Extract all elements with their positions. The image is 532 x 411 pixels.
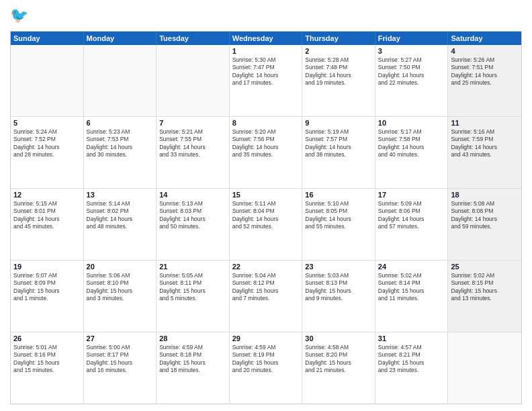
cell-info-line: Sunrise: 5:20 AM: [232, 128, 300, 136]
cell-info-line: Daylight: 15 hours: [13, 359, 81, 367]
cell-info-line: Sunrise: 5:17 AM: [378, 128, 445, 136]
cell-info-line: Sunset: 8:09 PM: [13, 279, 81, 287]
day-cell-30: 30Sunrise: 4:58 AMSunset: 8:20 PMDayligh…: [302, 332, 375, 404]
day-number: 15: [232, 191, 300, 199]
svg-text:🐦: 🐦: [10, 7, 29, 24]
logo: 🐦: [10, 7, 32, 26]
day-number: 2: [305, 47, 372, 55]
cell-info-line: Sunset: 8:17 PM: [87, 351, 154, 359]
cell-info-line: Daylight: 14 hours: [378, 144, 445, 151]
day-number: 31: [378, 334, 445, 342]
cell-info-line: and 50 minutes.: [159, 223, 226, 230]
day-cell-7: 7Sunrise: 5:21 AMSunset: 7:55 PMDaylight…: [157, 117, 230, 188]
day-number: 25: [451, 263, 519, 271]
day-number: 3: [378, 47, 445, 55]
logo-icon: 🐦: [10, 7, 29, 26]
cell-info-line: and 52 minutes.: [232, 223, 300, 230]
cell-info-line: and 45 minutes.: [13, 223, 81, 230]
cell-info-line: and 23 minutes.: [378, 367, 445, 374]
weekday-header-friday: Friday: [375, 32, 449, 45]
day-number: 27: [87, 334, 154, 342]
calendar-row-1: 5Sunrise: 5:24 AMSunset: 7:52 PMDaylight…: [11, 116, 521, 188]
cell-info-line: and 13 minutes.: [451, 295, 519, 302]
cell-info-line: Daylight: 14 hours: [232, 216, 300, 223]
day-number: 5: [13, 119, 81, 127]
cell-info-line: Sunset: 7:48 PM: [305, 64, 372, 71]
cell-info-line: Sunset: 8:13 PM: [305, 279, 372, 287]
cell-info-line: Sunset: 8:21 PM: [378, 351, 445, 359]
cell-info-line: Sunrise: 5:13 AM: [159, 200, 226, 208]
cell-info-line: Sunset: 8:14 PM: [378, 279, 445, 287]
cell-info-line: Sunrise: 5:16 AM: [451, 128, 519, 136]
day-cell-27: 27Sunrise: 5:00 AMSunset: 8:17 PMDayligh…: [84, 332, 157, 404]
cell-info-line: Sunrise: 5:10 AM: [305, 200, 372, 208]
day-number: 4: [451, 47, 519, 55]
day-number: 9: [305, 119, 372, 127]
cell-info-line: Daylight: 14 hours: [378, 216, 445, 223]
cell-info-line: and 59 minutes.: [451, 223, 519, 230]
day-cell-3: 3Sunrise: 5:27 AMSunset: 7:50 PMDaylight…: [375, 45, 449, 116]
day-cell-26: 26Sunrise: 5:01 AMSunset: 8:16 PMDayligh…: [11, 332, 84, 404]
calendar-row-0: 1Sunrise: 5:30 AMSunset: 7:47 PMDaylight…: [11, 45, 521, 116]
day-cell-1: 1Sunrise: 5:30 AMSunset: 7:47 PMDaylight…: [230, 45, 303, 116]
cell-info-line: Sunrise: 5:14 AM: [87, 200, 154, 208]
day-number: 29: [232, 334, 300, 342]
day-number: 28: [159, 334, 226, 342]
day-cell-6: 6Sunrise: 5:23 AMSunset: 7:53 PMDaylight…: [84, 117, 157, 188]
day-cell-18: 18Sunrise: 5:08 AMSunset: 8:08 PMDayligh…: [448, 189, 521, 260]
cell-info-line: Sunset: 8:10 PM: [87, 279, 154, 287]
cell-info-line: Sunrise: 5:05 AM: [159, 272, 226, 279]
cell-info-line: Daylight: 15 hours: [159, 287, 226, 295]
cell-info-line: Sunset: 7:47 PM: [232, 64, 300, 71]
day-cell-31: 31Sunrise: 4:57 AMSunset: 8:21 PMDayligh…: [375, 332, 449, 404]
day-cell-25: 25Sunrise: 5:02 AMSunset: 8:15 PMDayligh…: [448, 261, 521, 332]
day-cell-2: 2Sunrise: 5:28 AMSunset: 7:48 PMDaylight…: [302, 45, 375, 116]
cell-info-line: and 40 minutes.: [378, 151, 445, 158]
day-number: 16: [305, 191, 372, 199]
cell-info-line: Daylight: 15 hours: [305, 359, 372, 367]
cell-info-line: Sunrise: 4:57 AM: [378, 344, 445, 351]
day-number: 14: [159, 191, 226, 199]
cell-info-line: Daylight: 14 hours: [159, 216, 226, 223]
cell-info-line: Daylight: 14 hours: [451, 72, 519, 79]
weekday-header-sunday: Sunday: [11, 32, 84, 45]
weekday-header-thursday: Thursday: [302, 32, 375, 45]
cell-info-line: Sunrise: 5:01 AM: [13, 344, 81, 351]
cell-info-line: Daylight: 15 hours: [378, 287, 445, 295]
day-cell-21: 21Sunrise: 5:05 AMSunset: 8:11 PMDayligh…: [157, 261, 230, 332]
cell-info-line: Sunrise: 5:08 AM: [451, 200, 519, 208]
day-number: 13: [87, 191, 154, 199]
day-number: 21: [159, 263, 226, 271]
empty-cell: [448, 332, 521, 404]
cell-info-line: Sunrise: 4:59 AM: [159, 344, 226, 351]
cell-info-line: Sunrise: 5:27 AM: [378, 56, 445, 64]
page: 🐦 SundayMondayTuesdayWednesdayThursdayFr…: [0, 0, 532, 411]
cell-info-line: Sunset: 7:50 PM: [378, 64, 445, 71]
cell-info-line: Sunrise: 5:24 AM: [13, 128, 81, 136]
cell-info-line: and 20 minutes.: [232, 367, 300, 374]
cell-info-line: and 43 minutes.: [451, 151, 519, 158]
cell-info-line: and 22 minutes.: [378, 79, 445, 87]
cell-info-line: Daylight: 14 hours: [87, 216, 154, 223]
day-number: 10: [378, 119, 445, 127]
cell-info-line: and 30 minutes.: [87, 151, 154, 158]
cell-info-line: Sunset: 7:51 PM: [451, 64, 519, 71]
day-number: 20: [87, 263, 154, 271]
cell-info-line: Sunrise: 5:30 AM: [232, 56, 300, 64]
cell-info-line: Sunset: 8:04 PM: [232, 208, 300, 215]
cell-info-line: and 1 minute.: [13, 295, 81, 302]
cell-info-line: Daylight: 15 hours: [451, 287, 519, 295]
day-cell-20: 20Sunrise: 5:06 AMSunset: 8:10 PMDayligh…: [84, 261, 157, 332]
cell-info-line: Sunset: 7:56 PM: [232, 136, 300, 143]
cell-info-line: Sunrise: 5:28 AM: [305, 56, 372, 64]
cell-info-line: Daylight: 15 hours: [232, 359, 300, 367]
cell-info-line: Sunset: 8:02 PM: [87, 208, 154, 215]
cell-info-line: Sunset: 7:52 PM: [13, 136, 81, 143]
calendar-row-3: 19Sunrise: 5:07 AMSunset: 8:09 PMDayligh…: [11, 260, 521, 332]
cell-info-line: Sunset: 7:53 PM: [87, 136, 154, 143]
day-cell-22: 22Sunrise: 5:04 AMSunset: 8:12 PMDayligh…: [230, 261, 303, 332]
cell-info-line: and 25 minutes.: [451, 79, 519, 87]
cell-info-line: Sunset: 8:12 PM: [232, 279, 300, 287]
cell-info-line: Sunrise: 5:00 AM: [87, 344, 154, 351]
day-number: 22: [232, 263, 300, 271]
